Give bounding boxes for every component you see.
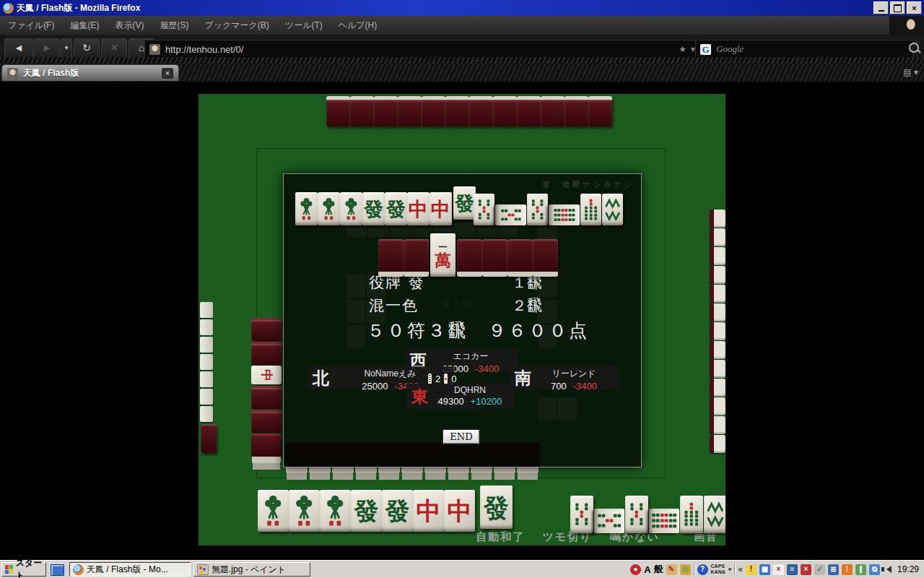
menu-help[interactable]: ヘルプ(H) — [331, 16, 385, 35]
bookmark-star-icon[interactable]: ★ — [679, 44, 687, 54]
tray-overflow-icon[interactable]: « — [738, 564, 743, 574]
tile-back — [326, 96, 350, 126]
minimize-button[interactable] — [873, 1, 889, 14]
tile-side — [710, 341, 725, 359]
search-placeholder: Google — [716, 43, 744, 55]
tile-back — [251, 342, 282, 365]
paint-icon — [197, 564, 209, 575]
tile-hatsu: 發 — [453, 186, 476, 220]
player-score-east: 49300+10200 — [425, 395, 515, 407]
tile-side — [710, 322, 725, 340]
wind-south: 南 — [515, 367, 531, 389]
search-icon[interactable] — [909, 43, 919, 53]
forward-button[interactable]: ► — [34, 38, 60, 59]
tile-hatsu: 發 — [382, 490, 413, 532]
tab-tenhou[interactable]: 天鳳 / Flash版 × — [1, 64, 179, 81]
menu-bar: ファイル(F) 編集(E) 表示(V) 履歴(S) ブックマーク(B) ツール(… — [0, 16, 924, 35]
tab-close-icon[interactable]: × — [162, 68, 173, 79]
menu-tools[interactable]: ツール(T) — [277, 16, 331, 35]
tenhou-flash-game: 東1局 發發中中發一萬 東 喰断ナシ赤ナシ 役牌 發 １飜 混一色 ２飜 ５０符… — [199, 94, 725, 545]
tile-edge — [200, 319, 213, 335]
taskbar-clock: 19:29 — [897, 564, 919, 574]
taskbar-task-firefox[interactable]: 天鳳 / Flash版 - Mo... — [69, 562, 191, 577]
modem-tray-icon[interactable]: ≡ — [787, 564, 798, 575]
history-dropdown-icon[interactable]: ▾ — [61, 38, 72, 59]
menu-history[interactable]: 履歴(S) — [152, 16, 196, 35]
menu-bookmarks[interactable]: ブックマーク(B) — [196, 16, 276, 35]
tile-s8 — [602, 194, 623, 225]
tile-edge — [200, 302, 213, 318]
ime-minimize-icon[interactable]: ▾ — [728, 566, 732, 573]
tile-back — [378, 239, 404, 277]
ime-language-icon[interactable]: ● — [630, 564, 641, 575]
security-shield-tray-icon[interactable]: × — [801, 564, 811, 575]
tile-side — [710, 360, 725, 378]
database-tray-icon[interactable]: ≣ — [828, 564, 839, 575]
tile-side — [710, 247, 725, 265]
warning-tray-icon[interactable]: ! — [746, 564, 757, 575]
wind-north: 北 — [313, 367, 329, 389]
tile-back — [507, 239, 533, 277]
tile-hatsu: 發 — [351, 490, 382, 532]
show-desktop-icon[interactable] — [51, 564, 64, 576]
reload-button[interactable]: ↻ — [74, 38, 100, 59]
tile-s7 — [580, 194, 601, 225]
back-button[interactable]: ◄ — [4, 38, 33, 59]
tile-s1 — [320, 490, 351, 532]
tile-back — [398, 96, 422, 126]
option-auto-win[interactable]: 自動和了 — [476, 530, 525, 543]
tab-bar: 天鳳 / Flash版 × ▤ ▾ — [0, 64, 924, 82]
ime-general[interactable]: 般 — [654, 563, 663, 576]
ime-caps-kana[interactable]: CAPSKANA — [711, 564, 725, 575]
tab-title: 天鳳 / Flash版 — [23, 67, 79, 79]
tile-edge — [200, 389, 213, 405]
google-engine-icon[interactable]: G — [700, 44, 711, 55]
ime-toolbox-icon[interactable]: ▤ — [680, 564, 691, 575]
menu-view[interactable]: 表示(V) — [107, 16, 152, 35]
tile-s5r — [594, 509, 624, 533]
tile-s1 — [340, 192, 362, 225]
honba-riichi-sticks: 2 0 — [428, 374, 456, 384]
menu-edit[interactable]: 編集(E) — [62, 16, 107, 35]
url-text: http://tenhou.net/0/ — [165, 44, 243, 55]
help-icon[interactable]: ? — [697, 564, 708, 575]
tile-chun: 中 — [407, 192, 430, 225]
restore-button[interactable] — [890, 1, 905, 14]
tile-s7 — [680, 496, 703, 533]
usb-tray-icon[interactable]: ✓ — [814, 564, 825, 575]
tile-s5r — [495, 204, 526, 225]
menu-file[interactable]: ファイル(F) — [0, 16, 62, 35]
alert-tray-icon[interactable]: ! — [842, 564, 853, 575]
monitor-tray-icon[interactable]: ▦ — [759, 564, 770, 575]
tile-s5 — [625, 496, 648, 533]
ime-tools-icon[interactable]: ✎ — [666, 564, 677, 575]
tile-s1 — [318, 192, 340, 225]
power-plug-tray-icon[interactable]: ∥ — [855, 564, 866, 575]
window-title: 天鳳 / Flash版 - Mozilla Firefox — [17, 2, 140, 14]
taskbar-task-paint[interactable]: 無題.jpg - ペイント — [193, 562, 310, 577]
player-name-south: リーレンド — [528, 366, 619, 380]
network-tray-icon[interactable]: ⧉ — [869, 564, 880, 575]
tile-side — [710, 435, 725, 453]
search-box[interactable]: G Google — [695, 40, 913, 59]
tile-back — [404, 239, 429, 277]
close-button[interactable]: × — [907, 1, 922, 14]
tile-chun: 中 — [430, 192, 452, 225]
tile-back — [201, 424, 217, 453]
tile-back — [482, 239, 507, 277]
tile-hatsu: 發 — [480, 486, 513, 529]
volume-icon[interactable] — [883, 566, 892, 573]
tab-list-icon[interactable]: ▤ ▾ — [903, 67, 918, 77]
start-button[interactable]: スタート — [1, 562, 46, 577]
end-button[interactable]: END — [443, 430, 479, 444]
riichi-stick-icon — [444, 374, 448, 384]
tile-back — [588, 96, 612, 126]
error-tray-icon[interactable]: × — [773, 564, 784, 575]
tile-back — [251, 318, 282, 341]
tile-s9r — [649, 509, 679, 533]
url-bar[interactable]: http://tenhou.net/0/ ★ ▾ — [144, 40, 700, 59]
tile-chun: 中 — [444, 490, 475, 532]
score-total: ５０符３飜 ９６００点 — [367, 319, 589, 342]
ime-mode[interactable]: A — [644, 564, 650, 575]
stop-button[interactable]: ✕ — [101, 38, 127, 59]
